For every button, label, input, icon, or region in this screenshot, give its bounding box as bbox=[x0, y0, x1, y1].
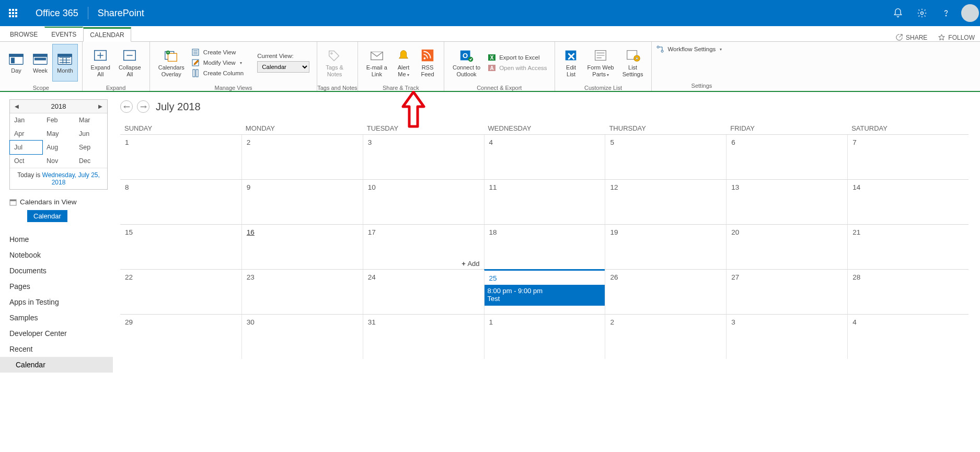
mini-month-aug[interactable]: Aug bbox=[42, 141, 75, 154]
day-cell[interactable]: 8 bbox=[120, 180, 241, 224]
day-cell[interactable]: 4 bbox=[484, 135, 605, 179]
help-button[interactable] bbox=[934, 0, 958, 26]
nav-recent[interactable]: Recent bbox=[9, 341, 108, 357]
day-cell[interactable]: 3 bbox=[726, 315, 847, 359]
scope-month-button[interactable]: Month bbox=[52, 44, 78, 82]
scope-day-button[interactable]: Day bbox=[4, 44, 28, 82]
day-cell[interactable]: 11 bbox=[484, 180, 605, 224]
app-launcher[interactable] bbox=[0, 0, 26, 26]
day-cell[interactable]: 7 bbox=[847, 135, 969, 179]
modify-view-button[interactable]: Modify View▾ bbox=[192, 59, 244, 67]
email-link-button[interactable]: E-mail a Link bbox=[362, 44, 391, 82]
mini-month-oct[interactable]: Oct bbox=[10, 154, 42, 168]
mini-month-nov[interactable]: Nov bbox=[42, 154, 75, 168]
nav-documents[interactable]: Documents bbox=[9, 263, 108, 279]
mini-month-feb[interactable]: Feb bbox=[42, 113, 75, 127]
tags-notes-button[interactable]: Tags & Notes bbox=[321, 44, 348, 82]
month-icon bbox=[57, 51, 73, 66]
scope-week-button[interactable]: Week bbox=[28, 44, 52, 82]
nav-calendar[interactable]: Calendar bbox=[0, 357, 113, 373]
day-number: 6 bbox=[727, 135, 847, 150]
create-view-button[interactable]: Create View bbox=[192, 48, 244, 56]
day-cell[interactable]: 22 bbox=[120, 270, 241, 314]
alert-me-button[interactable]: Alert Me▾ bbox=[391, 44, 416, 82]
day-cell[interactable]: 1 bbox=[120, 135, 241, 179]
day-cell[interactable]: 19 bbox=[605, 225, 726, 269]
day-cell[interactable]: 14 bbox=[847, 180, 969, 224]
calendars-in-view-item[interactable]: Calendar bbox=[27, 210, 67, 222]
day-cell[interactable]: 5 bbox=[605, 135, 726, 179]
nav-samples[interactable]: Samples bbox=[9, 310, 108, 326]
calendar-event[interactable]: 8:00 pm - 9:00 pmTest bbox=[485, 285, 605, 306]
form-web-parts-button[interactable]: Form Web Parts▾ bbox=[583, 44, 618, 82]
mini-month-jan[interactable]: Jan bbox=[10, 113, 42, 127]
day-cell[interactable]: 13 bbox=[726, 180, 847, 224]
suite-product-title[interactable]: Office 365 bbox=[26, 8, 88, 19]
mini-month-may[interactable]: May bbox=[42, 127, 75, 141]
follow-button[interactable]: FOLLOW bbox=[932, 33, 980, 41]
day-cell[interactable]: 31 bbox=[363, 315, 484, 359]
day-cell[interactable]: 3 bbox=[363, 135, 484, 179]
day-cell[interactable]: 258:00 pm - 9:00 pmTest bbox=[484, 269, 605, 314]
day-cell[interactable]: 15 bbox=[120, 225, 241, 269]
rss-feed-button[interactable]: RSS Feed bbox=[416, 44, 440, 82]
workflow-settings-button[interactable]: Workflow Settings▾ bbox=[656, 45, 722, 53]
list-settings-button[interactable]: List Settings bbox=[618, 44, 648, 82]
mini-next-button[interactable]: ► bbox=[94, 102, 107, 110]
tab-calendar[interactable]: CALENDAR bbox=[83, 27, 131, 42]
mini-month-dec[interactable]: Dec bbox=[75, 154, 107, 168]
day-cell[interactable]: 12 bbox=[605, 180, 726, 224]
export-excel-button[interactable]: XExport to Excel bbox=[488, 53, 547, 62]
day-cell[interactable]: 10 bbox=[363, 180, 484, 224]
nav-apps-in-testing[interactable]: Apps in Testing bbox=[9, 294, 108, 310]
current-view-select[interactable]: Calendar bbox=[257, 61, 309, 73]
day-cell[interactable]: 27 bbox=[726, 270, 847, 314]
nav-developer-center[interactable]: Developer Center bbox=[9, 326, 108, 341]
mini-month-apr[interactable]: Apr bbox=[10, 127, 42, 141]
add-event-button[interactable]: Add bbox=[462, 260, 479, 268]
tab-browse[interactable]: BROWSE bbox=[3, 27, 44, 41]
notifications-button[interactable] bbox=[886, 0, 910, 26]
nav-notebook[interactable]: Notebook bbox=[9, 247, 108, 263]
tab-events[interactable]: EVENTS bbox=[44, 27, 83, 41]
mini-prev-button[interactable]: ◄ bbox=[10, 102, 24, 110]
mini-month-jun[interactable]: Jun bbox=[75, 127, 107, 141]
next-month-button[interactable]: 🡒 bbox=[137, 100, 149, 113]
day-cell[interactable]: 2 bbox=[605, 315, 726, 359]
day-cell[interactable]: 20 bbox=[726, 225, 847, 269]
share-button[interactable]: SHARE bbox=[890, 33, 932, 41]
day-cell[interactable]: 18 bbox=[484, 225, 605, 269]
day-cell[interactable]: 17Add bbox=[363, 225, 484, 269]
mini-month-mar[interactable]: Mar bbox=[75, 113, 107, 127]
collapse-all-button[interactable]: Collapse All bbox=[114, 44, 145, 82]
day-cell[interactable]: 29 bbox=[120, 315, 241, 359]
day-cell[interactable]: 6 bbox=[726, 135, 847, 179]
day-cell[interactable]: 23 bbox=[241, 270, 363, 314]
mini-today-link[interactable]: Wednesday, July 25, 2018 bbox=[42, 171, 100, 186]
day-cell[interactable]: 24 bbox=[363, 270, 484, 314]
prev-month-button[interactable]: 🡐 bbox=[120, 100, 133, 113]
calendars-overlay-button[interactable]: +Calendars Overlay bbox=[154, 44, 189, 82]
expand-all-button[interactable]: Expand All bbox=[87, 44, 114, 82]
open-access-button[interactable]: AOpen with Access bbox=[488, 64, 547, 72]
day-cell[interactable]: 30 bbox=[241, 315, 363, 359]
edit-list-button[interactable]: Edit List bbox=[559, 44, 583, 82]
day-cell[interactable]: 2 bbox=[241, 135, 363, 179]
dow-tuesday: TUESDAY bbox=[363, 121, 484, 134]
day-cell[interactable]: 26 bbox=[605, 270, 726, 314]
user-avatar[interactable] bbox=[961, 4, 979, 22]
nav-pages[interactable]: Pages bbox=[9, 279, 108, 294]
nav-home[interactable]: Home bbox=[9, 231, 108, 247]
connect-outlook-button[interactable]: OConnect to Outlook bbox=[448, 44, 485, 82]
day-cell[interactable]: 1 bbox=[484, 315, 605, 359]
create-column-button[interactable]: Create Column bbox=[192, 69, 244, 77]
day-cell[interactable]: 21 bbox=[847, 225, 969, 269]
mini-month-jul[interactable]: Jul bbox=[9, 140, 43, 155]
day-cell[interactable]: 16 bbox=[241, 225, 363, 269]
settings-button[interactable] bbox=[910, 0, 934, 26]
day-cell[interactable]: 4 bbox=[847, 315, 969, 359]
day-cell[interactable]: 28 bbox=[847, 270, 969, 314]
suite-app-name[interactable]: SharePoint bbox=[88, 8, 154, 19]
day-cell[interactable]: 9 bbox=[241, 180, 363, 224]
mini-month-sep[interactable]: Sep bbox=[75, 141, 107, 154]
